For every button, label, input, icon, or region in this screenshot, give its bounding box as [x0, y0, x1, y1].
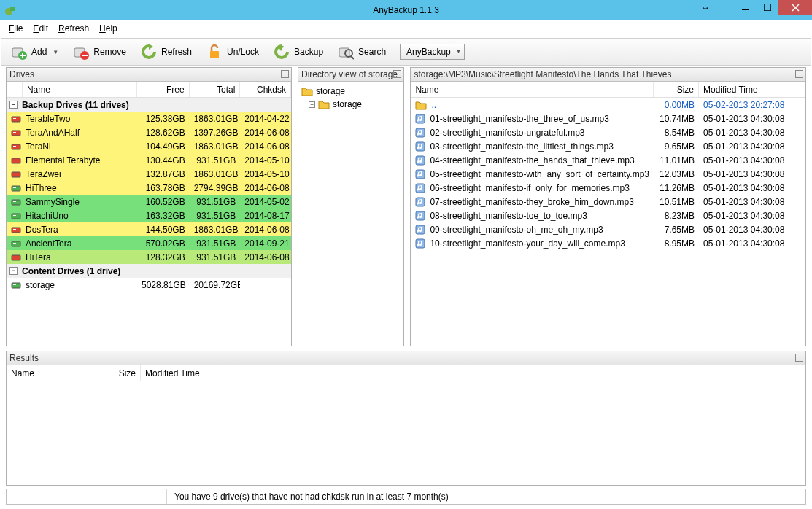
svg-rect-51: [416, 225, 425, 234]
results-header: Results: [7, 351, 805, 365]
file-row[interactable]: 05-streetlight_manifesto-with_any_sort_o…: [411, 167, 805, 181]
expand-icon[interactable]: ↔: [700, 2, 710, 13]
svg-rect-28: [13, 174, 16, 174]
panel-grip-icon[interactable]: [795, 354, 803, 362]
profile-combo[interactable]: AnyBackup: [400, 44, 465, 60]
tree-root[interactable]: storage: [301, 85, 401, 98]
files-header: storage:\MP3\Music\Streetlight Manifesto…: [411, 68, 805, 82]
col-total[interactable]: Total: [190, 82, 241, 97]
drive-name: TeraAndAHalf: [26, 128, 80, 138]
music-file-icon: [415, 114, 425, 124]
unlock-button[interactable]: Un/Lock: [200, 40, 266, 63]
close-button[interactable]: [778, 0, 812, 15]
group-content[interactable]: −Content Drives (1 drive): [7, 264, 291, 278]
col-fmod[interactable]: Modified Time: [699, 82, 792, 97]
svg-rect-48: [416, 184, 425, 193]
tree-body[interactable]: storage + storage: [298, 82, 403, 346]
group-backup[interactable]: −Backup Drives (11 drives): [7, 98, 291, 112]
search-label: Search: [358, 47, 386, 57]
backup-button[interactable]: Backup: [267, 40, 330, 63]
drive-row[interactable]: TerableTwo 125.38GB 1863.01GB 2014-04-22: [7, 112, 291, 125]
svg-rect-2: [742, 9, 749, 10]
drive-row[interactable]: TeraNi 104.49GB 1863.01GB 2014-06-08: [7, 139, 291, 153]
col-chkdsk[interactable]: Chkdsk: [240, 82, 291, 97]
drive-row[interactable]: DosTera 144.50GB 1863.01GB 2014-06-08: [7, 222, 291, 236]
music-file-icon: [415, 197, 425, 207]
file-modified: 05-01-2013 04:30:08: [699, 183, 792, 193]
drive-total: 20169.72GB: [190, 280, 241, 290]
file-row[interactable]: 03-streetlight_manifesto-the_littlest_th…: [411, 139, 805, 153]
col-rname[interactable]: Name: [7, 365, 101, 381]
drive-name: Elemental Terabyte: [26, 155, 101, 166]
file-row[interactable]: 02-streetlight_manifesto-ungrateful.mp3 …: [411, 125, 805, 139]
drive-row[interactable]: SammySingle 160.52GB 931.51GB 2014-05-02: [7, 195, 291, 209]
refresh-label: Refresh: [161, 47, 192, 57]
menu-file[interactable]: File: [4, 22, 27, 35]
drive-row[interactable]: Elemental Terabyte 130.44GB 931.51GB 201…: [7, 153, 291, 167]
expand-icon[interactable]: +: [309, 101, 315, 108]
file-parent-row[interactable]: .. 0.00MB 05-02-2013 20:27:08: [411, 98, 805, 112]
file-row[interactable]: 07-streetlight_manifesto-they_broke_him_…: [411, 195, 805, 209]
collapse-icon[interactable]: −: [9, 101, 18, 109]
drive-row[interactable]: AncientTera 570.02GB 931.51GB 2014-09-21: [7, 236, 291, 250]
file-name: 07-streetlight_manifesto-they_broke_him_…: [430, 197, 634, 207]
drive-row[interactable]: HiThree 163.78GB 2794.39GB 2014-06-08: [7, 181, 291, 195]
file-modified: 05-01-2013 04:30:08: [699, 169, 792, 179]
svg-rect-36: [13, 229, 16, 230]
svg-rect-45: [416, 142, 425, 151]
files-col-headers: Name Size Modified Time: [411, 82, 805, 98]
menu-edit[interactable]: Edit: [28, 22, 53, 35]
col-fsize[interactable]: Size: [654, 82, 699, 97]
drives-body[interactable]: −Backup Drives (11 drives) TerableTwo 12…: [7, 98, 291, 346]
drive-row[interactable]: TeraAndAHalf 128.62GB 1397.26GB 2014-06-…: [7, 125, 291, 139]
file-row[interactable]: 06-streetlight_manifesto-if_only_for_mem…: [411, 181, 805, 195]
titlebar[interactable]: AnyBackup 1.1.3 ↔: [0, 0, 812, 20]
drive-total: 931.51GB: [190, 252, 241, 263]
file-row[interactable]: 10-streetlight_manifesto-your_day_will_c…: [411, 236, 805, 250]
maximize-button[interactable]: [757, 0, 778, 15]
drive-total: 931.51GB: [190, 238, 241, 249]
file-row[interactable]: 08-streetlight_manifesto-toe_to_toe.mp3 …: [411, 209, 805, 222]
col-rsize[interactable]: Size: [101, 365, 141, 381]
add-button[interactable]: Add▼: [4, 40, 65, 63]
file-row[interactable]: 01-streetlight_manifesto-the_three_of_us…: [411, 112, 805, 125]
drive-total: 931.51GB: [190, 211, 241, 221]
drive-free: 570.02GB: [137, 238, 190, 249]
search-button[interactable]: Search: [331, 40, 393, 63]
drive-row[interactable]: HiTera 128.32GB 931.51GB 2014-06-08: [7, 250, 291, 264]
menu-refresh[interactable]: Refresh: [54, 22, 93, 35]
menu-help[interactable]: Help: [95, 22, 122, 35]
minimize-button[interactable]: [735, 0, 757, 15]
svg-rect-39: [12, 255, 20, 260]
app-icon: [4, 4, 16, 16]
panel-grip-icon[interactable]: [393, 70, 401, 78]
drive-free: 104.49GB: [137, 141, 190, 152]
collapse-icon[interactable]: −: [9, 267, 18, 275]
tree-child[interactable]: + storage: [301, 98, 401, 111]
file-row[interactable]: 04-streetlight_manifesto-the_hands_that_…: [411, 153, 805, 167]
drive-icon: [11, 170, 21, 179]
panel-grip-icon[interactable]: [281, 70, 289, 78]
svg-rect-32: [13, 201, 16, 202]
col-free[interactable]: Free: [137, 82, 190, 97]
drive-row[interactable]: TeraZwei 132.87GB 1863.01GB 2014-05-10: [7, 167, 291, 181]
drive-total: 1863.01GB: [190, 141, 241, 152]
refresh-button[interactable]: Refresh: [134, 40, 198, 63]
music-file-icon: [415, 183, 425, 193]
col-name[interactable]: Name: [23, 82, 137, 97]
file-name: 02-streetlight_manifesto-ungrateful.mp3: [430, 128, 584, 138]
remove-button[interactable]: Remove: [66, 40, 133, 63]
col-rmod[interactable]: Modified Time: [141, 365, 805, 381]
drive-total: 2794.39GB: [190, 183, 241, 193]
drive-icon: [11, 211, 21, 220]
results-body[interactable]: [7, 381, 805, 485]
drive-total: 931.51GB: [190, 155, 241, 166]
svg-rect-29: [12, 186, 20, 191]
drive-row[interactable]: HitachiUno 163.32GB 931.51GB 2014-08-17: [7, 209, 291, 222]
file-row[interactable]: 09-streetlight_manifesto-oh_me_oh_my.mp3…: [411, 222, 805, 236]
drive-row[interactable]: storage 5028.81GB 20169.72GB: [7, 278, 291, 292]
col-fname[interactable]: Name: [411, 82, 654, 97]
files-body[interactable]: .. 0.00MB 05-02-2013 20:27:08 01-streetl…: [411, 98, 805, 346]
svg-rect-25: [12, 158, 20, 163]
panel-grip-icon[interactable]: [795, 70, 803, 78]
